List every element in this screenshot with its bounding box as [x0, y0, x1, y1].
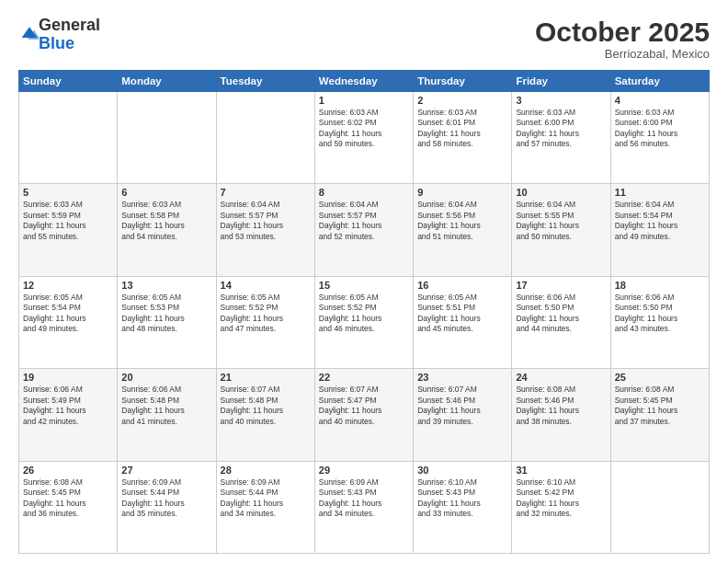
day-info: Sunrise: 6:10 AM Sunset: 5:43 PM Dayligh…: [417, 477, 507, 520]
day-info: Sunrise: 6:07 AM Sunset: 5:48 PM Dayligh…: [221, 385, 311, 427]
day-number: 11: [615, 187, 705, 198]
day-info: Sunrise: 6:03 AM Sunset: 5:58 PM Dayligh…: [121, 200, 211, 242]
day-info: Sunrise: 6:10 AM Sunset: 5:42 PM Dayligh…: [516, 477, 606, 520]
day-info: Sunrise: 6:08 AM Sunset: 5:45 PM Dayligh…: [23, 477, 113, 520]
title-block: October 2025 Berriozabal, Mexico: [535, 17, 710, 61]
day-cell: 30Sunrise: 6:10 AM Sunset: 5:43 PM Dayli…: [414, 461, 512, 553]
day-info: Sunrise: 6:03 AM Sunset: 6:00 PM Dayligh…: [516, 108, 606, 150]
day-cell: 5Sunrise: 6:03 AM Sunset: 5:59 PM Daylig…: [19, 184, 118, 276]
day-info: Sunrise: 6:06 AM Sunset: 5:50 PM Dayligh…: [615, 293, 705, 335]
day-number: 20: [121, 372, 211, 383]
day-info: Sunrise: 6:06 AM Sunset: 5:49 PM Dayligh…: [23, 385, 113, 427]
day-number: 21: [221, 372, 311, 383]
day-number: 9: [417, 187, 507, 198]
day-cell: 8Sunrise: 6:04 AM Sunset: 5:57 PM Daylig…: [314, 184, 413, 276]
day-number: 30: [417, 465, 507, 476]
week-row-4: 26Sunrise: 6:08 AM Sunset: 5:45 PM Dayli…: [19, 461, 710, 553]
day-info: Sunrise: 6:06 AM Sunset: 5:50 PM Dayligh…: [516, 293, 606, 335]
day-cell: 29Sunrise: 6:09 AM Sunset: 5:43 PM Dayli…: [314, 461, 413, 553]
day-info: Sunrise: 6:04 AM Sunset: 5:57 PM Dayligh…: [221, 200, 311, 242]
day-cell: 19Sunrise: 6:06 AM Sunset: 5:49 PM Dayli…: [19, 369, 118, 461]
day-info: Sunrise: 6:09 AM Sunset: 5:43 PM Dayligh…: [319, 477, 409, 520]
calendar: Sunday Monday Tuesday Wednesday Thursday…: [18, 70, 710, 554]
day-cell: 11Sunrise: 6:04 AM Sunset: 5:54 PM Dayli…: [610, 184, 709, 276]
day-info: Sunrise: 6:03 AM Sunset: 6:01 PM Dayligh…: [417, 108, 507, 150]
day-cell: [118, 92, 216, 184]
day-cell: [610, 461, 709, 553]
day-cell: 18Sunrise: 6:06 AM Sunset: 5:50 PM Dayli…: [610, 276, 709, 368]
day-number: 28: [221, 465, 311, 476]
day-cell: 9Sunrise: 6:04 AM Sunset: 5:56 PM Daylig…: [414, 184, 512, 276]
day-number: 14: [221, 280, 311, 291]
col-friday: Friday: [512, 71, 610, 92]
day-cell: 31Sunrise: 6:10 AM Sunset: 5:42 PM Dayli…: [512, 461, 610, 553]
day-number: 25: [615, 372, 705, 383]
day-cell: 23Sunrise: 6:07 AM Sunset: 5:46 PM Dayli…: [414, 369, 512, 461]
day-info: Sunrise: 6:04 AM Sunset: 5:56 PM Dayligh…: [417, 200, 507, 242]
week-row-2: 12Sunrise: 6:05 AM Sunset: 5:54 PM Dayli…: [19, 276, 710, 368]
day-info: Sunrise: 6:05 AM Sunset: 5:53 PM Dayligh…: [121, 293, 211, 335]
day-info: Sunrise: 6:04 AM Sunset: 5:54 PM Dayligh…: [615, 200, 705, 242]
day-number: 7: [221, 187, 311, 198]
day-info: Sunrise: 6:08 AM Sunset: 5:45 PM Dayligh…: [615, 385, 705, 427]
col-monday: Monday: [118, 71, 216, 92]
day-cell: 14Sunrise: 6:05 AM Sunset: 5:52 PM Dayli…: [216, 276, 314, 368]
logo-blue: Blue: [39, 34, 74, 52]
day-number: 16: [417, 280, 507, 291]
day-number: 24: [516, 372, 606, 383]
day-number: 19: [23, 372, 113, 383]
day-info: Sunrise: 6:05 AM Sunset: 5:52 PM Dayligh…: [221, 293, 311, 335]
day-cell: 2Sunrise: 6:03 AM Sunset: 6:01 PM Daylig…: [414, 92, 512, 184]
day-cell: 15Sunrise: 6:05 AM Sunset: 5:52 PM Dayli…: [314, 276, 413, 368]
day-info: Sunrise: 6:05 AM Sunset: 5:51 PM Dayligh…: [417, 293, 507, 335]
col-wednesday: Wednesday: [314, 71, 413, 92]
col-thursday: Thursday: [414, 71, 512, 92]
day-cell: 17Sunrise: 6:06 AM Sunset: 5:50 PM Dayli…: [512, 276, 610, 368]
day-number: 31: [516, 465, 606, 476]
day-number: 4: [615, 95, 705, 106]
day-number: 17: [516, 280, 606, 291]
day-cell: 28Sunrise: 6:09 AM Sunset: 5:44 PM Dayli…: [216, 461, 314, 553]
day-number: 12: [23, 280, 113, 291]
col-tuesday: Tuesday: [216, 71, 314, 92]
day-cell: 4Sunrise: 6:03 AM Sunset: 6:00 PM Daylig…: [610, 92, 709, 184]
day-info: Sunrise: 6:04 AM Sunset: 5:57 PM Dayligh…: [319, 200, 409, 242]
day-cell: [19, 92, 118, 184]
day-info: Sunrise: 6:07 AM Sunset: 5:46 PM Dayligh…: [417, 385, 507, 427]
day-number: 1: [319, 95, 409, 106]
logo-general: General: [39, 16, 100, 34]
day-cell: 25Sunrise: 6:08 AM Sunset: 5:45 PM Dayli…: [610, 369, 709, 461]
day-cell: [216, 92, 314, 184]
logo-icon: [20, 24, 39, 42]
day-cell: 16Sunrise: 6:05 AM Sunset: 5:51 PM Dayli…: [414, 276, 512, 368]
day-cell: 22Sunrise: 6:07 AM Sunset: 5:47 PM Dayli…: [314, 369, 413, 461]
day-number: 27: [121, 465, 211, 476]
week-row-3: 19Sunrise: 6:06 AM Sunset: 5:49 PM Dayli…: [19, 369, 710, 461]
location: Berriozabal, Mexico: [535, 47, 710, 61]
day-cell: 13Sunrise: 6:05 AM Sunset: 5:53 PM Dayli…: [118, 276, 216, 368]
day-number: 15: [319, 280, 409, 291]
day-cell: 27Sunrise: 6:09 AM Sunset: 5:44 PM Dayli…: [118, 461, 216, 553]
day-info: Sunrise: 6:05 AM Sunset: 5:52 PM Dayligh…: [319, 293, 409, 335]
day-cell: 3Sunrise: 6:03 AM Sunset: 6:00 PM Daylig…: [512, 92, 610, 184]
day-cell: 10Sunrise: 6:04 AM Sunset: 5:55 PM Dayli…: [512, 184, 610, 276]
week-row-0: 1Sunrise: 6:03 AM Sunset: 6:02 PM Daylig…: [19, 92, 710, 184]
header-row: Sunday Monday Tuesday Wednesday Thursday…: [19, 71, 710, 92]
day-number: 22: [319, 372, 409, 383]
day-info: Sunrise: 6:09 AM Sunset: 5:44 PM Dayligh…: [121, 477, 211, 520]
col-sunday: Sunday: [19, 71, 118, 92]
day-cell: 26Sunrise: 6:08 AM Sunset: 5:45 PM Dayli…: [19, 461, 118, 553]
day-number: 26: [23, 465, 113, 476]
logo-text: General Blue: [39, 17, 100, 53]
day-cell: 20Sunrise: 6:06 AM Sunset: 5:48 PM Dayli…: [118, 369, 216, 461]
day-number: 23: [417, 372, 507, 383]
day-number: 18: [615, 280, 705, 291]
day-number: 10: [516, 187, 606, 198]
day-number: 29: [319, 465, 409, 476]
day-info: Sunrise: 6:03 AM Sunset: 6:02 PM Dayligh…: [319, 108, 409, 150]
day-number: 8: [319, 187, 409, 198]
day-cell: 12Sunrise: 6:05 AM Sunset: 5:54 PM Dayli…: [19, 276, 118, 368]
day-number: 6: [121, 187, 211, 198]
day-number: 13: [121, 280, 211, 291]
day-info: Sunrise: 6:03 AM Sunset: 6:00 PM Dayligh…: [615, 108, 705, 150]
